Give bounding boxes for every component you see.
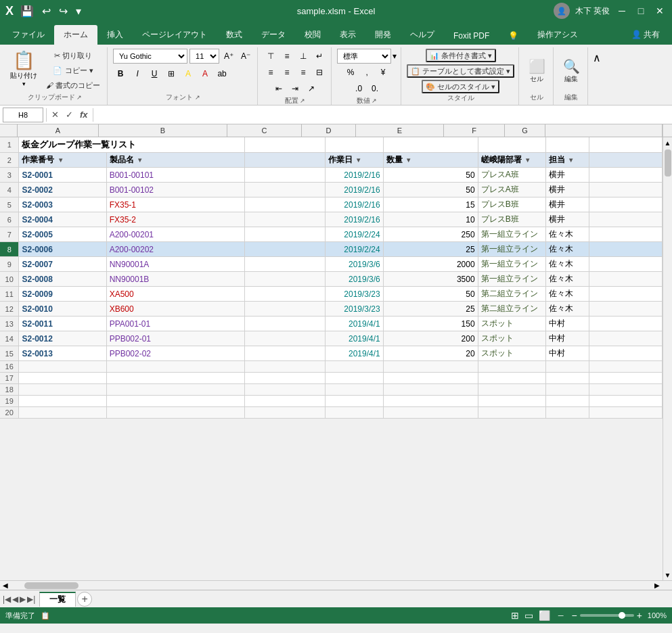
comma-button[interactable]: ,: [359, 65, 374, 80]
edit-button[interactable]: 🔍 編集: [559, 51, 583, 91]
tab-assist[interactable]: 操作アシス: [528, 25, 587, 45]
align-right-button[interactable]: ≡: [296, 65, 311, 80]
align-middle-button[interactable]: ≡: [279, 49, 294, 64]
customize-icon[interactable]: ▾: [73, 3, 84, 19]
header-col-c[interactable]: [245, 153, 325, 168]
header-col-e[interactable]: 数量 ▾: [383, 153, 478, 168]
copy-button[interactable]: 📄 コピー ▾: [43, 64, 103, 78]
close-button[interactable]: ✕: [653, 4, 667, 18]
percent-button[interactable]: %: [343, 65, 358, 80]
tab-view[interactable]: 表示: [330, 25, 365, 45]
fill-color-button[interactable]: A: [181, 66, 196, 81]
vertical-scrollbar[interactable]: ▲ ▼: [663, 137, 672, 580]
save-icon[interactable]: 💾: [18, 3, 37, 19]
header-col-g[interactable]: 担当 ▾: [545, 153, 589, 168]
confirm-icon[interactable]: ✓: [64, 110, 75, 120]
tab-search[interactable]: 💡: [499, 27, 528, 45]
currency-button[interactable]: ¥: [376, 65, 390, 80]
tab-page-layout[interactable]: ページレイアウト: [133, 25, 217, 45]
tab-foxit[interactable]: Foxit PDF: [444, 27, 499, 45]
zoom-out-button[interactable]: −: [571, 610, 577, 621]
wrap-text-button[interactable]: ↵: [312, 49, 327, 64]
cell-reference-input[interactable]: [3, 108, 43, 122]
sheet-nav-next[interactable]: ▶: [20, 594, 26, 604]
sheet-nav-prev[interactable]: ◀: [12, 594, 18, 604]
horizontal-scrollbar[interactable]: ◀ ▶: [0, 580, 672, 590]
number-format-expand[interactable]: ▾: [393, 51, 397, 61]
table-format-button[interactable]: 📋 テーブルとして書式設定 ▾: [407, 64, 514, 78]
conditional-format-button[interactable]: 📊 条件付き書式 ▾: [426, 49, 496, 62]
formula-input[interactable]: [96, 110, 669, 120]
strikethrough-button[interactable]: ab: [215, 66, 229, 81]
format-painter-button[interactable]: 🖌 書式のコピー: [43, 79, 103, 93]
cell-style-button[interactable]: 🎨 セルのスタイル ▾: [422, 80, 499, 93]
scroll-up-button[interactable]: ▲: [663, 137, 672, 148]
header-col-f[interactable]: 嵯峨陽部署 ▾: [478, 153, 545, 168]
tab-file[interactable]: ファイル: [3, 25, 54, 45]
title-cell[interactable]: 板金グループ作業一覧リスト: [19, 137, 245, 153]
zoom-slider[interactable]: [580, 614, 634, 617]
italic-button[interactable]: I: [130, 66, 145, 81]
view-page-icon[interactable]: ⬜: [539, 610, 550, 621]
tab-formula[interactable]: 数式: [217, 25, 252, 45]
col-header-f[interactable]: F: [444, 124, 505, 137]
col-header-c[interactable]: C: [227, 124, 302, 137]
align-bottom-button[interactable]: ⊥: [296, 49, 311, 64]
paste-button[interactable]: 📋 貼り付け ▾: [7, 49, 41, 89]
underline-button[interactable]: U: [147, 66, 162, 81]
font-name-select[interactable]: Yu Gothic: [113, 49, 187, 64]
font-size-select[interactable]: 11: [189, 49, 219, 64]
tab-data[interactable]: データ: [252, 25, 295, 45]
scroll-right-button[interactable]: ▶: [652, 582, 663, 589]
sheet-nav-first[interactable]: |◀: [3, 594, 11, 604]
tab-share[interactable]: 👤 共有: [622, 25, 669, 45]
bold-button[interactable]: B: [113, 66, 128, 81]
merge-button[interactable]: ⊟: [312, 65, 327, 80]
zoom-thumb[interactable]: [619, 612, 625, 619]
number-format-select[interactable]: 標準: [337, 49, 391, 64]
ribbon-collapse-button[interactable]: ∧: [589, 50, 604, 65]
col-header-d[interactable]: D: [302, 124, 356, 137]
header-col-a[interactable]: 作業番号 ▾: [19, 153, 106, 168]
undo-icon[interactable]: ↩: [39, 3, 53, 19]
font-color-button[interactable]: A: [198, 66, 212, 81]
indent-decrease-button[interactable]: ⇤: [271, 81, 286, 96]
h-scroll-thumb[interactable]: [24, 582, 79, 589]
decrease-font-button[interactable]: A⁻: [238, 49, 253, 64]
scroll-left-button[interactable]: ◀: [0, 582, 11, 589]
restore-button[interactable]: □: [634, 4, 648, 18]
redo-icon[interactable]: ↪: [56, 3, 70, 19]
tab-home[interactable]: ホーム: [54, 25, 97, 45]
view-normal-icon[interactable]: ⊞: [511, 610, 519, 621]
align-top-button[interactable]: ⊤: [263, 49, 278, 64]
cut-button[interactable]: ✂ 切り取り: [43, 49, 103, 63]
align-center-button[interactable]: ≡: [279, 65, 294, 80]
tab-help[interactable]: ヘルプ: [401, 25, 444, 45]
zoom-in-button[interactable]: +: [637, 610, 642, 621]
view-pagebreak-icon[interactable]: ▭: [524, 610, 533, 621]
cell-button[interactable]: ⬜ セル: [524, 51, 549, 91]
header-col-b[interactable]: 製品名 ▾: [106, 153, 245, 168]
col-header-b[interactable]: B: [99, 124, 227, 137]
minimize-button[interactable]: ─: [615, 4, 629, 18]
align-left-button[interactable]: ≡: [263, 65, 278, 80]
increase-font-button[interactable]: A⁺: [221, 49, 236, 64]
indent-increase-button[interactable]: ⇥: [288, 81, 303, 96]
cancel-icon[interactable]: ✕: [49, 110, 61, 120]
col-header-g[interactable]: G: [505, 124, 545, 137]
add-sheet-button[interactable]: +: [77, 592, 92, 607]
tab-insert[interactable]: 挿入: [97, 25, 133, 45]
sheet-tab-ichiran[interactable]: 一覧: [39, 592, 76, 607]
sheet-nav-last[interactable]: ▶|: [27, 594, 35, 604]
decimal-decrease-button[interactable]: 0.: [367, 81, 382, 96]
decimal-increase-button[interactable]: .0: [351, 81, 366, 96]
scroll-down-button[interactable]: ▼: [663, 569, 672, 580]
tab-developer[interactable]: 開発: [365, 25, 401, 45]
tab-review[interactable]: 校閲: [295, 25, 330, 45]
col-header-e[interactable]: E: [356, 124, 444, 137]
orientation-button[interactable]: ↗: [304, 81, 319, 96]
header-col-d[interactable]: 作業日 ▾: [325, 153, 383, 168]
col-header-a[interactable]: A: [18, 124, 99, 137]
scroll-thumb[interactable]: [665, 149, 671, 177]
grid-scroll-area[interactable]: 1 板金グループ作業一覧リスト 2 作業番号 ▾ 製品名 ▾ 作業日 ▾: [0, 137, 663, 580]
